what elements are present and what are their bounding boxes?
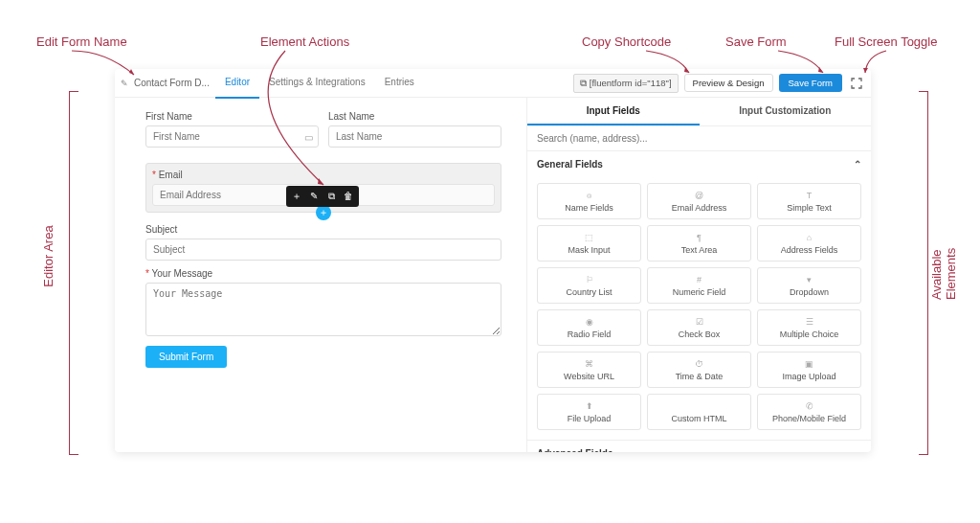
general-fields-grid: ⌾Name Fields@Email AddressTSimple Text⬚M…	[527, 177, 871, 440]
tile-icon: ¶	[650, 232, 748, 243]
tab-input-fields[interactable]: Input Fields	[527, 98, 700, 125]
tile-icon: ☑	[650, 316, 748, 328]
tab-entries[interactable]: Entries	[375, 69, 424, 99]
tile-label: Numeric Field	[650, 287, 748, 297]
section-advanced-header[interactable]: Advanced Fields ⌄	[527, 441, 871, 452]
subject-label: Subject	[145, 224, 501, 235]
tile-label: Website URL	[540, 372, 638, 381]
subject-input[interactable]	[145, 239, 501, 261]
annot-available-elements: Available Elements	[929, 227, 958, 300]
annot-copy-shortcode: Copy Shortcode	[582, 34, 671, 49]
field-tile[interactable]: ⌾Name Fields	[537, 183, 641, 219]
add-field-dot[interactable]: ＋	[316, 205, 331, 220]
chevron-up-icon: ⌃	[854, 159, 861, 170]
first-name-input[interactable]	[145, 125, 319, 148]
annot-fullscreen-toggle: Full Screen Toggle	[835, 34, 937, 49]
topbar: ✎ Contact Form D... Editor Settings & In…	[115, 69, 871, 98]
tile-icon: ⌘	[540, 358, 638, 370]
shortcode-box[interactable]: ⧉ [fluentform id="118"]	[573, 74, 678, 93]
bracket-right	[919, 91, 928, 455]
fullscreen-toggle[interactable]	[848, 75, 865, 92]
tile-label: Custom HTML	[650, 414, 748, 423]
tile-label: Country List	[540, 287, 638, 297]
tile-label: Name Fields	[540, 203, 638, 213]
tile-icon: ☰	[760, 316, 858, 328]
tile-label: Text Area	[650, 245, 748, 255]
tile-label: Multiple Choice	[760, 330, 858, 339]
last-name-input[interactable]	[328, 125, 501, 148]
section-general: General Fields ⌃ ⌾Name Fields@Email Addr…	[527, 151, 871, 441]
tile-label: File Upload	[540, 414, 638, 423]
field-tile[interactable]: ⏱Time & Date	[647, 352, 751, 388]
email-label: * Email	[152, 170, 495, 180]
field-tile[interactable]: ⌘Website URL	[537, 352, 641, 388]
tile-label: Dropdown	[760, 287, 858, 297]
section-general-header[interactable]: General Fields ⌃	[527, 151, 871, 177]
email-field-selected[interactable]: * Email ＋ ✎ ⧉ 🗑 ＋	[145, 163, 501, 213]
editor-canvas[interactable]: First Name ▭ Last Name * Email ＋ ✎	[115, 98, 526, 452]
field-tile[interactable]: ☰Multiple Choice	[757, 309, 861, 346]
tile-icon: @	[650, 190, 748, 201]
tile-label: Phone/Mobile Field	[760, 414, 858, 423]
field-tile[interactable]: ⬆File Upload	[537, 394, 641, 430]
field-tile[interactable]: ✆Phone/Mobile Field	[757, 394, 861, 430]
tile-icon: ⌾	[540, 190, 638, 201]
field-tile[interactable]: @Email Address	[647, 183, 751, 219]
chevron-down-icon: ⌄	[854, 448, 861, 452]
tile-label: Simple Text	[760, 203, 858, 213]
field-tile[interactable]: ☑Check Box	[647, 309, 751, 346]
tile-label: Check Box	[650, 330, 748, 339]
message-textarea[interactable]	[145, 283, 501, 336]
app-window: ✎ Contact Form D... Editor Settings & In…	[115, 69, 871, 452]
field-tile[interactable]: ⌂Address Fields	[757, 225, 861, 262]
tile-icon: ▾	[760, 274, 858, 285]
save-button[interactable]: Save Form	[779, 74, 842, 92]
search-input[interactable]	[527, 126, 871, 151]
action-copy-icon[interactable]: ⧉	[323, 189, 339, 204]
action-delete-icon[interactable]: 🗑	[341, 189, 356, 204]
last-name-label: Last Name	[328, 111, 501, 122]
preview-button[interactable]: Preview & Design	[684, 74, 773, 92]
tab-input-customization[interactable]: Input Customization	[700, 98, 872, 125]
element-action-bar: ＋ ✎ ⧉ 🗑	[286, 186, 359, 207]
field-tile[interactable]: #Numeric Field	[647, 267, 751, 304]
tile-icon: ⚐	[540, 274, 638, 285]
main-area: First Name ▭ Last Name * Email ＋ ✎	[115, 98, 871, 452]
submit-button[interactable]: Submit Form	[145, 346, 227, 368]
tab-editor[interactable]: Editor	[215, 69, 259, 99]
field-tile[interactable]: Custom HTML	[647, 394, 751, 430]
nav-tabs: Editor Settings & Integrations Entries	[215, 69, 424, 99]
tab-settings[interactable]: Settings & Integrations	[259, 69, 375, 99]
field-tile[interactable]: ¶Text Area	[647, 225, 751, 262]
tile-icon: ⬆	[540, 400, 638, 412]
tile-icon	[650, 400, 748, 412]
field-tile[interactable]: ▣Image Upload	[757, 352, 861, 388]
form-name[interactable]: Contact Form D...	[128, 78, 215, 88]
bracket-left	[69, 91, 78, 455]
field-tile[interactable]: ⚐Country List	[537, 267, 641, 304]
sidebar-tabs: Input Fields Input Customization	[527, 98, 871, 126]
annot-editor-area: Editor Area	[41, 225, 56, 286]
edit-name-icon[interactable]: ✎	[121, 79, 128, 88]
first-name-label: First Name	[145, 111, 319, 122]
tile-icon: ◉	[540, 316, 638, 328]
field-tile[interactable]: ▾Dropdown	[757, 267, 861, 304]
tile-icon: T	[760, 190, 858, 201]
action-edit-icon[interactable]: ✎	[306, 189, 322, 204]
field-tile[interactable]: ⬚Mask Input	[537, 225, 641, 262]
tile-label: Mask Input	[540, 245, 638, 255]
copy-icon: ⧉	[580, 78, 590, 88]
annot-element-actions: Element Actions	[260, 34, 349, 49]
tile-icon: ⌂	[760, 232, 858, 243]
message-label: * Your Message	[145, 268, 501, 279]
tile-label: Email Address	[650, 203, 748, 213]
fields-sidebar: Input Fields Input Customization General…	[526, 98, 871, 452]
tile-icon: #	[650, 274, 748, 285]
tile-icon: ⬚	[540, 232, 638, 243]
name-card-icon: ▭	[304, 131, 313, 142]
field-tile[interactable]: ◉Radio Field	[537, 309, 641, 346]
annot-save-form: Save Form	[725, 34, 787, 49]
action-add-icon[interactable]: ＋	[289, 189, 304, 204]
annot-edit-form-name: Edit Form Name	[36, 34, 127, 49]
field-tile[interactable]: TSimple Text	[757, 183, 861, 219]
